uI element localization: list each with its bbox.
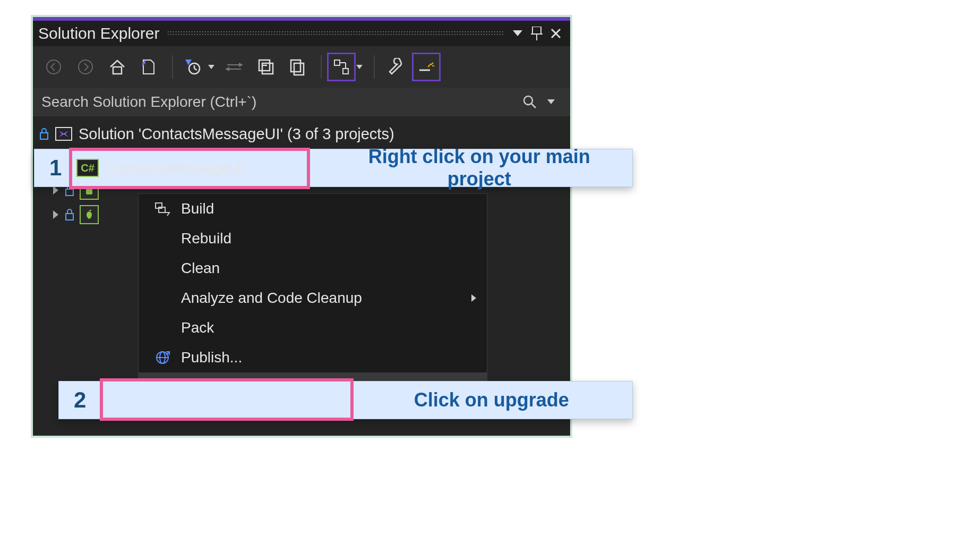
expand-triangle-icon[interactable] [53, 186, 58, 194]
project-node-highlight[interactable]: C# ContactsMessageUI [76, 153, 245, 183]
collapse-all-button[interactable] [252, 53, 280, 81]
svg-point-33 [524, 96, 532, 105]
menu-item-analyze[interactable]: Analyze and Code Cleanup [139, 283, 487, 313]
close-icon[interactable] [547, 24, 565, 43]
callout-number: 1 [35, 149, 76, 186]
svg-point-7 [79, 60, 92, 74]
menu-label: Clean [181, 260, 487, 277]
menu-item-rebuild[interactable]: Rebuild [139, 224, 487, 253]
callout-text: Click on upgrade [350, 389, 632, 411]
menu-item-clean[interactable]: Clean [139, 253, 487, 283]
forward-button[interactable] [71, 53, 100, 81]
menu-item-build[interactable]: Build [139, 194, 487, 224]
svg-rect-1 [532, 27, 541, 34]
svg-point-45 [89, 210, 91, 211]
svg-rect-41 [86, 187, 92, 194]
toolbar-separator [172, 55, 173, 79]
callout-step-2: 2 Click on upgrade [58, 381, 633, 419]
panel-header: Solution Explorer [33, 17, 570, 46]
project-name: ContactsMessageUI [106, 159, 245, 177]
solution-icon [54, 124, 73, 143]
pin-icon[interactable] [528, 24, 546, 43]
ios-project-icon [80, 205, 99, 224]
dropdown-arrow-icon[interactable] [509, 24, 527, 43]
build-icon [144, 201, 181, 217]
switch-views-button[interactable] [135, 53, 164, 81]
chevron-down-icon [208, 65, 214, 69]
search-bar[interactable]: Search Solution Explorer (Ctrl+`) [33, 88, 570, 116]
csharp-project-icon: C# [76, 159, 99, 177]
svg-marker-39 [63, 131, 68, 137]
solution-explorer-panel: Solution Explorer [31, 15, 572, 438]
menu-label: Analyze and Code Cleanup [181, 290, 471, 307]
sync-button[interactable] [220, 53, 248, 81]
expand-triangle-icon[interactable] [53, 210, 58, 219]
submenu-arrow-icon [471, 294, 476, 302]
menu-item-pack[interactable]: Pack [139, 313, 487, 343]
svg-rect-24 [294, 63, 304, 75]
track-active-button[interactable] [327, 53, 356, 81]
callout-text: Right click on your main project [326, 146, 632, 190]
svg-line-30 [428, 64, 431, 67]
home-button[interactable] [103, 53, 132, 81]
menu-label: Build [181, 200, 487, 217]
svg-marker-35 [547, 99, 555, 104]
svg-rect-26 [343, 69, 348, 74]
panel-title: Solution Explorer [38, 24, 159, 43]
chevron-down-icon[interactable] [540, 99, 562, 105]
svg-rect-25 [334, 60, 340, 65]
svg-rect-23 [291, 60, 300, 72]
search-icon[interactable] [519, 95, 540, 109]
menu-label: Publish... [181, 349, 487, 366]
menu-label: Pack [181, 319, 487, 336]
svg-rect-40 [66, 189, 73, 196]
svg-marker-19 [225, 67, 229, 71]
svg-rect-8 [113, 67, 122, 74]
svg-point-6 [47, 60, 61, 74]
globe-icon [144, 350, 181, 366]
context-menu: Build Rebuild Clean Analyze and Code Cle… [138, 193, 487, 403]
lock-icon [37, 127, 51, 141]
svg-rect-44 [66, 214, 73, 220]
menu-item-publish[interactable]: Publish... [139, 343, 487, 372]
toolbar [33, 46, 570, 88]
chevron-down-icon [356, 65, 363, 69]
preview-selected-button[interactable] [412, 53, 441, 81]
solution-node[interactable]: Solution 'ContactsMessageUI' (3 of 3 pro… [33, 122, 570, 146]
svg-line-15 [194, 69, 197, 70]
properties-button[interactable] [380, 53, 409, 81]
svg-marker-17 [239, 63, 243, 67]
lock-icon [63, 208, 76, 222]
back-button[interactable] [39, 53, 68, 81]
grip-dots[interactable] [167, 30, 504, 37]
toolbar-separator [374, 55, 375, 79]
solution-label: Solution 'ContactsMessageUI' (3 of 3 pro… [79, 125, 394, 143]
svg-marker-0 [513, 30, 522, 36]
search-placeholder: Search Solution Explorer (Ctrl+`) [41, 94, 519, 111]
callout-number: 2 [59, 381, 101, 419]
toolbar-separator [321, 55, 322, 79]
show-all-files-button[interactable] [283, 53, 312, 81]
svg-rect-36 [40, 133, 48, 139]
svg-line-34 [531, 104, 536, 108]
svg-line-31 [431, 63, 433, 65]
pending-changes-filter-button[interactable] [178, 53, 207, 81]
menu-label: Rebuild [181, 230, 487, 247]
